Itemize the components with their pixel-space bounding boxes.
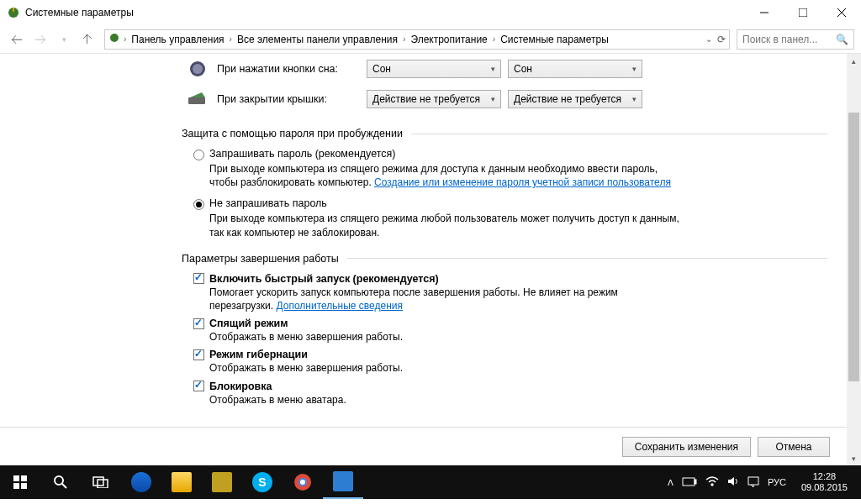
- no-password-radio[interactable]: Не запрашивать пароль: [193, 197, 827, 210]
- address-icon: [108, 32, 120, 46]
- sleep-desc: Отображать в меню завершения работы.: [209, 330, 680, 344]
- nav-toolbar: 🡠 🡢 ▾ 🡡 › Панель управления › Все элемен…: [0, 25, 861, 54]
- lid-battery-dropdown[interactable]: Действие не требуется▾: [367, 90, 501, 108]
- lid-plugged-dropdown[interactable]: Действие не требуется▾: [508, 90, 642, 108]
- task-view-icon[interactable]: [81, 465, 121, 499]
- scroll-up-icon[interactable]: ▴: [847, 54, 861, 68]
- breadcrumb-item[interactable]: Системные параметры: [499, 34, 610, 45]
- lock-desc: Отображать в меню аватара.: [209, 393, 680, 407]
- explorer-icon[interactable]: [161, 465, 202, 499]
- breadcrumb-item[interactable]: Панель управления: [129, 34, 225, 45]
- svg-point-20: [300, 480, 305, 485]
- content-area: При нажатии кнопки сна: Сон▾ Сон▾ При за…: [0, 54, 861, 465]
- address-bar[interactable]: › Панель управления › Все элементы панел…: [104, 29, 730, 50]
- checkbox-icon: [193, 318, 204, 329]
- chevron-down-icon: ▾: [632, 95, 637, 103]
- svg-rect-12: [13, 483, 19, 489]
- app-icon-1[interactable]: [202, 465, 242, 499]
- clock[interactable]: 12:28 09.08.2015: [795, 471, 854, 493]
- sleep-battery-dropdown[interactable]: Сон▾: [367, 60, 501, 78]
- dialog-footer: Сохранить изменения Отмена: [0, 427, 847, 465]
- no-password-desc: При выходе компьютера из спящего режима …: [209, 212, 680, 239]
- hibernate-desc: Отображать в меню завершения работы.: [209, 361, 680, 375]
- forward-button[interactable]: 🡢: [30, 29, 50, 50]
- save-button[interactable]: Сохранить изменения: [622, 437, 751, 457]
- svg-point-23: [711, 484, 713, 486]
- sleep-button-icon: [185, 60, 210, 78]
- wifi-icon[interactable]: [705, 476, 719, 488]
- clock-time: 12:28: [801, 471, 848, 482]
- shutdown-section-header: Параметры завершения работы: [182, 253, 827, 265]
- start-button[interactable]: [0, 465, 40, 499]
- password-section-header: Защита с помощью пароля при пробуждении: [182, 128, 827, 139]
- fast-startup-link[interactable]: Дополнительные сведения: [276, 300, 402, 312]
- svg-rect-16: [93, 477, 103, 486]
- search-placeholder: Поиск в панел...: [742, 34, 817, 45]
- svg-rect-22: [695, 480, 696, 484]
- radio-icon: [193, 150, 204, 160]
- checkbox-icon: [193, 381, 204, 391]
- window-title: Системные параметры: [25, 7, 134, 18]
- breadcrumb-item[interactable]: Все элементы панели управления: [235, 34, 399, 45]
- svg-point-6: [110, 34, 119, 42]
- fast-startup-checkbox[interactable]: Включить быстрый запуск (рекомендуется): [193, 273, 827, 285]
- app-icon-2[interactable]: [323, 465, 363, 499]
- sleep-checkbox[interactable]: Спящий режим: [193, 318, 827, 329]
- search-icon: 🔍: [836, 34, 848, 45]
- system-tray: ᐱ РУС 12:28 09.08.2015: [661, 471, 861, 493]
- maximize-button[interactable]: [784, 0, 822, 25]
- chrome-icon[interactable]: [283, 465, 323, 499]
- cancel-button[interactable]: Отмена: [758, 437, 830, 457]
- back-button[interactable]: 🡠: [7, 29, 27, 50]
- vertical-scrollbar[interactable]: ▴ ▾: [847, 54, 861, 465]
- sleep-button-label: При нажатии кнопки сна:: [217, 63, 367, 75]
- svg-rect-21: [683, 478, 695, 486]
- svg-line-15: [62, 484, 66, 488]
- close-button[interactable]: [822, 0, 861, 25]
- chevron-right-icon: ›: [401, 34, 407, 44]
- title-bar: Системные параметры: [0, 0, 861, 25]
- lid-close-label: При закрытии крышки:: [217, 93, 367, 105]
- svg-point-8: [193, 64, 203, 74]
- refresh-icon[interactable]: ⟳: [717, 34, 726, 45]
- chevron-right-icon: ›: [228, 34, 234, 44]
- notifications-icon[interactable]: [747, 475, 759, 489]
- chevron-down-icon: ▾: [491, 65, 495, 73]
- edge-icon[interactable]: [121, 465, 161, 499]
- search-taskbar-icon[interactable]: [40, 465, 81, 499]
- breadcrumb-item[interactable]: Электропитание: [409, 34, 489, 45]
- recent-dropdown[interactable]: ▾: [54, 29, 74, 50]
- volume-icon[interactable]: [727, 475, 739, 489]
- taskbar: S ᐱ РУС 12:28 09.08.2015: [0, 465, 861, 499]
- svg-rect-10: [13, 475, 19, 481]
- svg-rect-9: [188, 97, 205, 104]
- svg-rect-24: [748, 477, 758, 485]
- svg-rect-3: [799, 8, 807, 17]
- scroll-thumb[interactable]: [848, 113, 859, 381]
- svg-rect-1: [13, 8, 14, 12]
- checkbox-icon: [193, 349, 204, 360]
- address-dropdown-icon[interactable]: ⌄: [705, 34, 712, 44]
- app-icon: [7, 6, 20, 19]
- chevron-right-icon: ›: [122, 34, 128, 44]
- svg-rect-13: [21, 483, 27, 489]
- svg-rect-17: [98, 480, 108, 488]
- chevron-right-icon: ›: [491, 34, 497, 44]
- lid-close-icon: [185, 90, 210, 108]
- battery-icon[interactable]: [682, 477, 697, 488]
- lock-checkbox[interactable]: Блокировка: [193, 381, 827, 392]
- scroll-down-icon[interactable]: ▾: [847, 451, 861, 465]
- require-password-desc: При выходе компьютера из спящего режима …: [209, 162, 680, 189]
- create-password-link[interactable]: Создание или изменение пароля учетной за…: [374, 176, 671, 188]
- skype-icon[interactable]: S: [242, 465, 283, 499]
- tray-chevron-icon[interactable]: ᐱ: [668, 478, 673, 487]
- hibernate-checkbox[interactable]: Режим гибернации: [193, 349, 827, 360]
- language-indicator[interactable]: РУС: [768, 477, 786, 487]
- require-password-radio[interactable]: Запрашивать пароль (рекомендуется): [193, 148, 827, 160]
- up-button[interactable]: 🡡: [77, 29, 98, 50]
- clock-date: 09.08.2015: [801, 482, 848, 493]
- search-input[interactable]: Поиск в панел... 🔍: [737, 29, 854, 50]
- fast-startup-desc: Помогает ускорить запуск компьютера посл…: [209, 286, 680, 312]
- minimize-button[interactable]: [745, 0, 784, 25]
- sleep-plugged-dropdown[interactable]: Сон▾: [508, 60, 642, 78]
